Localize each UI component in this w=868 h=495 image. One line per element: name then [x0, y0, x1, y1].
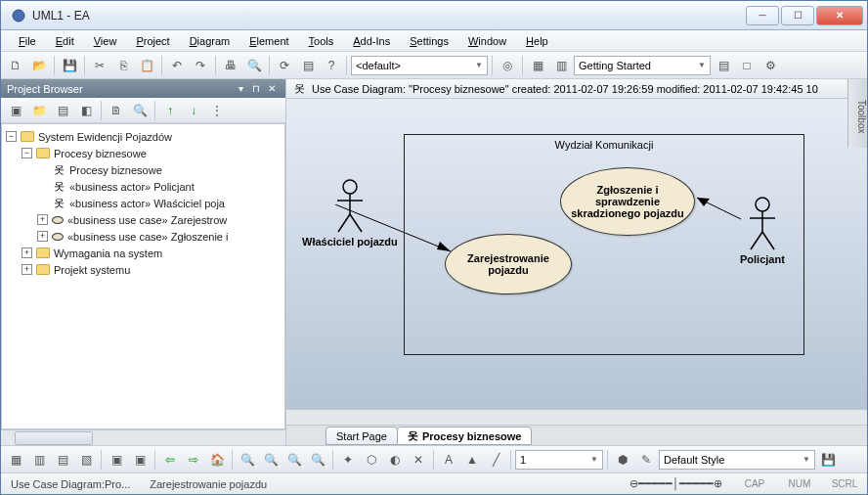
- menu-settings[interactable]: Settings: [402, 33, 456, 49]
- doc-icon[interactable]: ▤: [713, 55, 734, 76]
- usecase-zarejestrowanie[interactable]: Zarejestrowanie pojazdu: [445, 234, 572, 294]
- undo-button[interactable]: ↶: [166, 55, 188, 76]
- tree-wymagania[interactable]: + Wymagania na system: [4, 245, 282, 261]
- align-icon[interactable]: ▥: [28, 449, 50, 471]
- new-button[interactable]: 🗋: [5, 55, 26, 76]
- menu-file[interactable]: File: [11, 33, 44, 49]
- menu-tools[interactable]: Tools: [301, 33, 342, 49]
- project-browser-header[interactable]: Project Browser ▾ ⊓ ✕: [1, 79, 285, 98]
- canvas-scrollbar[interactable]: [286, 409, 867, 425]
- pb-search-icon[interactable]: 🔍: [129, 100, 151, 121]
- style-select[interactable]: Default Style▼: [659, 450, 815, 470]
- tree-actor-wlasciciel[interactable]: 옷 «business actor» Właściciel poja: [4, 195, 282, 211]
- diagram-canvas[interactable]: Wydział Komunikacji Właściciel pojazdu P…: [286, 99, 867, 409]
- zoom-in-icon[interactable]: 🔍: [260, 449, 282, 471]
- pb-up-icon[interactable]: ↑: [159, 100, 181, 121]
- tool-icon[interactable]: ✎: [635, 449, 657, 471]
- tree-procesy[interactable]: − Procesy biznesowe: [4, 145, 282, 161]
- search-button[interactable]: 🔍: [243, 55, 265, 76]
- cut-button[interactable]: ✂: [89, 55, 110, 76]
- line-icon[interactable]: ╱: [485, 449, 506, 471]
- pb-doc-icon[interactable]: 🗎: [106, 100, 127, 121]
- pb-new-icon[interactable]: ▣: [5, 100, 26, 121]
- actor-wlasciciel[interactable]: Właściciel pojazdu: [302, 179, 398, 248]
- collapse-icon[interactable]: −: [6, 131, 17, 142]
- layout2-icon[interactable]: ▥: [550, 55, 572, 76]
- save-style-icon[interactable]: 💾: [817, 449, 839, 471]
- menu-window[interactable]: Window: [460, 33, 514, 49]
- group-icon[interactable]: ▣: [129, 449, 151, 471]
- pb-diag-icon[interactable]: ▤: [52, 100, 73, 121]
- tree-root[interactable]: − System Ewidencji Pojazdów: [4, 128, 282, 145]
- tab-start-page[interactable]: Start Page: [326, 427, 398, 445]
- help-button[interactable]: ?: [321, 55, 342, 76]
- maximize-button[interactable]: ☐: [781, 6, 814, 25]
- pb-dropdown-icon[interactable]: ▾: [233, 83, 248, 94]
- start-select[interactable]: Getting Started ▼: [574, 56, 711, 75]
- pb-scrollbar[interactable]: [1, 429, 285, 445]
- gear-icon[interactable]: ⚙: [760, 55, 781, 76]
- home-icon[interactable]: 🏠: [206, 449, 228, 471]
- align-icon[interactable]: ▦: [5, 449, 26, 471]
- menu-element[interactable]: Element: [241, 33, 296, 49]
- menu-view[interactable]: View: [86, 33, 125, 49]
- redo-button[interactable]: ↷: [190, 55, 211, 76]
- tool-icon[interactable]: ✕: [408, 449, 429, 471]
- expand-icon[interactable]: +: [22, 248, 32, 258]
- expand-icon[interactable]: +: [22, 264, 32, 275]
- tree-projekt[interactable]: + Projekt systemu: [4, 261, 282, 278]
- tool-icon[interactable]: ◐: [384, 449, 406, 471]
- minimize-button[interactable]: ─: [746, 6, 779, 25]
- back-icon[interactable]: ⇦: [159, 449, 181, 471]
- zoom-fit-icon[interactable]: 🔍: [237, 449, 258, 471]
- toolbox-tab[interactable]: Toolbox: [847, 79, 867, 148]
- menu-help[interactable]: Help: [518, 33, 556, 49]
- refresh-button[interactable]: ⟳: [274, 55, 295, 76]
- pb-down-icon[interactable]: ↓: [183, 100, 204, 121]
- fwd-icon[interactable]: ⇨: [183, 449, 204, 471]
- menu-diagram[interactable]: Diagram: [182, 33, 239, 49]
- paste-button[interactable]: 📋: [136, 55, 157, 76]
- expand-icon[interactable]: +: [37, 214, 48, 225]
- menu-edit[interactable]: Edit: [48, 33, 82, 49]
- menu-project[interactable]: Project: [128, 33, 177, 49]
- pb-pkg-icon[interactable]: 📁: [28, 100, 50, 121]
- target-icon[interactable]: ◎: [497, 55, 518, 76]
- box-icon[interactable]: □: [736, 55, 758, 76]
- tree-uc-zgloszenie[interactable]: + «business use case» Zgłoszenie i: [4, 228, 282, 245]
- tree-uc-zarejestrow[interactable]: + «business use case» Zarejestrow: [4, 211, 282, 228]
- zoom-slider[interactable]: ⊖━━━━━│━━━━━⊕: [626, 477, 726, 490]
- actor-policjant[interactable]: Policjant: [740, 197, 785, 265]
- expand-icon[interactable]: +: [37, 231, 48, 242]
- tree-diagram[interactable]: 옷 Procesy biznesowe: [4, 161, 282, 178]
- print-button[interactable]: 🖶: [220, 55, 241, 76]
- tree-icon[interactable]: ▤: [297, 55, 319, 76]
- fill-icon[interactable]: ▲: [461, 449, 483, 471]
- copy-button[interactable]: ⎘: [112, 55, 134, 76]
- pb-elem-icon[interactable]: ◧: [75, 100, 97, 121]
- align-icon[interactable]: ▧: [75, 449, 97, 471]
- tool-icon[interactable]: ⬢: [612, 449, 633, 471]
- align-icon[interactable]: ▤: [52, 449, 73, 471]
- menu-addins[interactable]: Add-Ins: [345, 33, 398, 49]
- perspective-select[interactable]: <default> ▼: [351, 56, 488, 75]
- open-button[interactable]: 📂: [28, 55, 50, 76]
- font-icon[interactable]: A: [438, 449, 459, 471]
- tab-procesy[interactable]: 옷 Procesy biznesowe: [397, 427, 533, 445]
- pb-menu-icon[interactable]: ⋮: [206, 100, 228, 121]
- group-icon[interactable]: ▣: [106, 449, 127, 471]
- zoom-100-icon[interactable]: 🔍: [307, 449, 328, 471]
- tool-icon[interactable]: ✦: [337, 449, 359, 471]
- titlebar[interactable]: UML1 - EA ─ ☐ ✕: [1, 1, 867, 30]
- zoom-out-icon[interactable]: 🔍: [283, 449, 305, 471]
- tool-icon[interactable]: ⬡: [361, 449, 382, 471]
- pb-close-icon[interactable]: ✕: [264, 83, 280, 94]
- pb-pin-icon[interactable]: ⊓: [248, 83, 264, 94]
- linewidth-select[interactable]: 1▼: [515, 450, 603, 470]
- usecase-zgloszenie[interactable]: Zgłoszenie i sprawdzenie skradzionego po…: [560, 167, 695, 236]
- save-button[interactable]: 💾: [59, 55, 80, 76]
- tree-actor-policjant[interactable]: 옷 «business actor» Policjant: [4, 178, 282, 195]
- close-button[interactable]: ✕: [816, 6, 863, 25]
- layout1-icon[interactable]: ▦: [527, 55, 548, 76]
- project-tree[interactable]: − System Ewidencji Pojazdów − Procesy bi…: [1, 123, 285, 429]
